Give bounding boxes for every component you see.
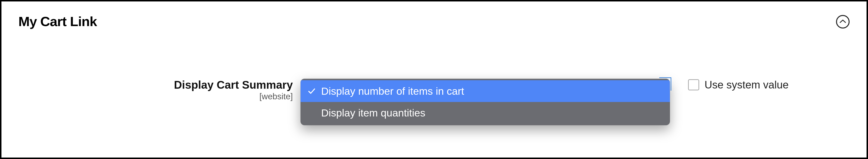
- my-cart-link-section: My Cart Link Display Cart Summary [websi…: [0, 0, 868, 159]
- select-focus-ring: [659, 77, 671, 91]
- dropdown-option-item-quantities[interactable]: Display item quantities: [301, 102, 670, 124]
- display-cart-summary-row: Display Cart Summary [website] Display n…: [19, 79, 849, 125]
- use-system-value-label: Use system value: [705, 79, 788, 91]
- dropdown-option-label: Display number of items in cart: [321, 85, 464, 97]
- field-label: Display Cart Summary: [19, 79, 293, 91]
- use-system-value-checkbox[interactable]: [688, 79, 699, 90]
- field-label-container: Display Cart Summary [website]: [19, 79, 301, 101]
- dropdown-menu: Display number of items in cart Display …: [301, 79, 670, 125]
- use-system-value-group: Use system value: [688, 79, 788, 91]
- display-cart-summary-select[interactable]: Display number of items in cart Display …: [301, 79, 670, 125]
- field-scope: [website]: [19, 91, 293, 101]
- dropdown-option-label: Display item quantities: [321, 107, 425, 119]
- collapse-toggle-button[interactable]: [836, 15, 849, 29]
- dropdown-option-number-of-items[interactable]: Display number of items in cart: [301, 80, 670, 102]
- section-header: My Cart Link: [19, 13, 849, 29]
- checkmark-icon: [305, 87, 318, 95]
- chevron-up-icon: [840, 19, 846, 24]
- section-title: My Cart Link: [19, 13, 97, 29]
